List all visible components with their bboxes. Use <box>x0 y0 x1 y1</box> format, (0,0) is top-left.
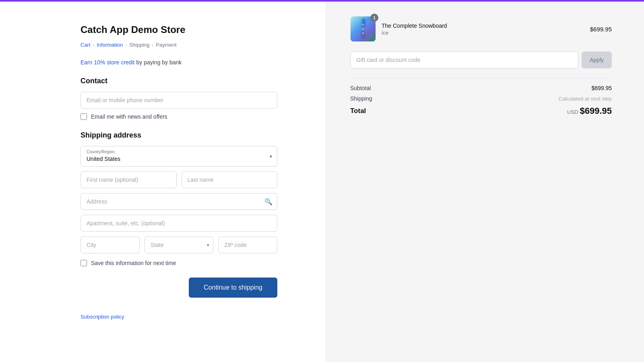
country-select[interactable]: United States <box>81 154 277 166</box>
contact-heading: Contact <box>80 77 277 85</box>
country-select-wrapper: Country/Region United States ▾ <box>80 146 277 167</box>
breadcrumb-sep-2: › <box>125 43 127 47</box>
state-select-wrapper: State ALAKAZAR CACOCTDE FLGAHIID ILINIAK… <box>144 237 213 253</box>
total-value-wrapper: USD$699.95 <box>567 106 612 116</box>
shipping-row: Shipping Calculated at next step <box>350 95 612 102</box>
svg-rect-3 <box>361 27 365 31</box>
address-search-icon: 🔍 <box>264 198 272 206</box>
product-row: 1 The Complete Snowboard Ice $699.95 <box>350 16 612 42</box>
total-row: Total USD$699.95 <box>350 106 612 116</box>
svg-point-1 <box>362 24 364 26</box>
last-name-input[interactable] <box>182 171 278 188</box>
promo-link[interactable]: Earn 10% store credit <box>80 59 135 66</box>
save-info-label: Save this information for next time <box>91 260 176 266</box>
address-input[interactable] <box>80 193 277 210</box>
city-field <box>80 237 140 253</box>
promo-banner: Earn 10% store credit by paying by bank <box>80 59 277 66</box>
product-name: The Complete Snowboard <box>382 22 447 30</box>
product-thumbnail-wrapper: 1 <box>350 16 376 42</box>
breadcrumb-shipping: Shipping <box>129 42 150 48</box>
apt-field-group <box>80 215 277 232</box>
breadcrumb-cart[interactable]: Cart <box>80 42 91 48</box>
email-field-group <box>80 92 277 109</box>
product-details: The Complete Snowboard Ice <box>382 22 447 36</box>
breadcrumb-payment: Payment <box>156 42 176 48</box>
apply-discount-button[interactable]: Apply <box>582 51 612 68</box>
address-field-group: 🔍 <box>80 193 277 210</box>
state-select[interactable]: State ALAKAZAR CACOCTDE FLGAHIID ILINIAK… <box>144 237 213 253</box>
email-input[interactable] <box>80 92 277 109</box>
country-label: Country/Region <box>81 146 277 154</box>
product-variant: Ice <box>382 30 447 36</box>
country-field-group: Country/Region United States ▾ <box>80 146 277 167</box>
continue-btn-container: Continue to shipping <box>80 278 277 298</box>
zip-input[interactable] <box>218 237 277 253</box>
subtotal-row: Subtotal $699.95 <box>350 85 612 91</box>
product-info: 1 The Complete Snowboard Ice <box>350 16 447 42</box>
totals-section: Subtotal $699.95 Shipping Calculated at … <box>350 78 612 116</box>
email-optin-row: Email me with news and offers <box>80 113 277 120</box>
shipping-heading: Shipping address <box>80 131 277 140</box>
total-value: $699.95 <box>580 106 612 116</box>
email-optin-checkbox[interactable] <box>80 113 87 120</box>
subscription-policy-link[interactable]: Subscription policy <box>80 314 277 320</box>
breadcrumb-sep-1: › <box>93 43 95 47</box>
total-label: Total <box>350 107 366 115</box>
city-state-zip-row: State ALAKAZAR CACOCTDE FLGAHIID ILINIAK… <box>80 237 277 253</box>
shipping-value: Calculated at next step <box>559 96 612 102</box>
email-optin-label: Email me with news and offers <box>91 113 167 120</box>
product-price: $699.95 <box>590 26 612 33</box>
breadcrumb-sep-3: › <box>152 43 154 47</box>
last-name-group <box>182 171 278 188</box>
apt-input[interactable] <box>80 215 277 232</box>
checkout-form-panel: Catch App Demo Store Cart › Information … <box>0 0 326 362</box>
save-info-checkbox[interactable] <box>80 260 87 266</box>
store-title: Catch App Demo Store <box>80 24 277 35</box>
zip-field <box>218 237 277 253</box>
first-name-input[interactable] <box>80 171 177 188</box>
promo-text: by paying by bank <box>135 59 182 66</box>
subtotal-value: $699.95 <box>591 85 612 91</box>
product-quantity-badge: 1 <box>370 14 378 22</box>
save-info-row: Save this information for next time <box>80 260 277 266</box>
subtotal-label: Subtotal <box>350 85 371 91</box>
breadcrumb: Cart › Information › Shipping › Payment <box>80 42 277 48</box>
continue-to-shipping-button[interactable]: Continue to shipping <box>189 278 277 298</box>
svg-point-2 <box>362 32 364 34</box>
breadcrumb-information: Information <box>97 42 123 48</box>
city-input[interactable] <box>80 237 140 253</box>
name-row <box>80 171 277 188</box>
address-input-wrapper: 🔍 <box>80 193 277 210</box>
discount-code-input[interactable] <box>350 51 578 68</box>
product-thumb-svg <box>355 18 371 40</box>
discount-row: Apply <box>350 51 612 68</box>
total-currency: USD <box>567 109 578 115</box>
order-summary-panel: 1 The Complete Snowboard Ice $699.95 App… <box>326 0 644 362</box>
first-name-group <box>80 171 177 188</box>
shipping-label: Shipping <box>350 95 372 102</box>
